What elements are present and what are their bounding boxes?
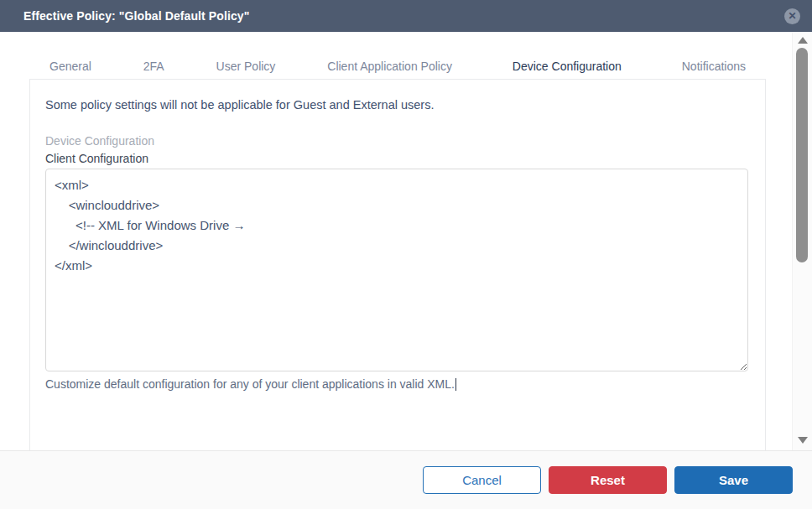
client-configuration-textarea[interactable]: <xml> <winclouddrive> <!-- XML for Windo… — [45, 169, 748, 371]
modal-body: General 2FA User Policy Client Applicati… — [0, 32, 812, 450]
device-configuration-panel: Some policy settings will not be applica… — [29, 79, 766, 450]
guest-external-notice: Some policy settings will not be applica… — [45, 96, 750, 113]
client-configuration-label: Client Configuration — [45, 151, 750, 166]
scrollbar-thumb[interactable] — [796, 48, 808, 262]
close-icon[interactable]: ✕ — [784, 8, 800, 24]
effective-policy-modal: Effective Policy: "Global Default Policy… — [0, 0, 812, 509]
modal-header: Effective Policy: "Global Default Policy… — [0, 0, 812, 32]
modal-title: Effective Policy: "Global Default Policy… — [23, 9, 249, 23]
scroll-up-icon[interactable] — [798, 37, 808, 44]
scrollbar[interactable] — [792, 32, 812, 450]
section-label-device-configuration: Device Configuration — [45, 133, 750, 148]
close-x-glyph: ✕ — [788, 8, 796, 24]
scroll-down-icon[interactable] — [798, 437, 808, 444]
hint-text: Customize default configuration for any … — [45, 377, 455, 391]
textarea-hint-row: Customize default configuration for any … — [45, 377, 750, 392]
reset-button[interactable]: Reset — [549, 466, 667, 494]
modal-footer: Cancel Reset Save — [0, 450, 812, 509]
save-button[interactable]: Save — [674, 466, 793, 494]
cancel-button[interactable]: Cancel — [423, 466, 541, 494]
text-caret — [455, 378, 457, 391]
